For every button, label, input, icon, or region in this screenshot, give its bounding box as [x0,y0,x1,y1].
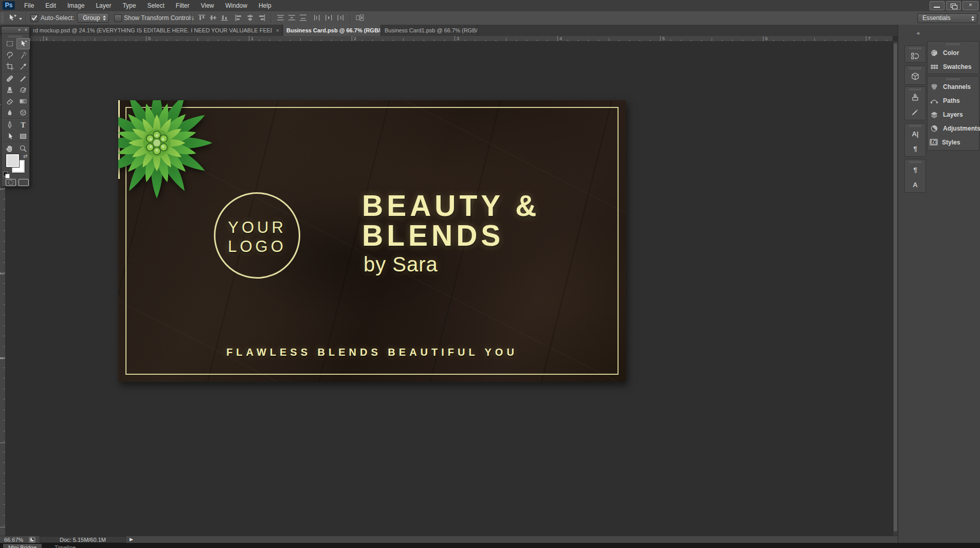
align-vertical-centers-button[interactable] [209,14,217,22]
healing-brush-tool[interactable] [3,73,16,84]
document-size-info[interactable]: Doc: 5.15M/60.1M [40,536,126,543]
pen-tool[interactable] [3,119,16,131]
quick-mask-button[interactable] [6,179,16,186]
align-top-edges-button[interactable] [197,14,206,22]
distribute-top-edges-button[interactable] [276,14,285,22]
path-selection-tool[interactable] [3,131,16,142]
eyedropper-tool[interactable] [16,61,30,72]
workspace-value: Essentials [922,14,951,22]
toolbox-grip[interactable] [9,35,22,38]
character-panel-icon[interactable]: A| [909,127,922,140]
tool-presets-panel-icon[interactable] [909,91,922,103]
document-tab-3[interactable]: Business Card1.psb @ 66.7% (RGB/8) × [382,25,478,36]
canvas-area[interactable]: YOUR LOGO BEAUTY & BLENDS by Sara FLAWLE… [5,41,893,536]
hand-tool[interactable] [3,143,16,154]
close-icon: × [969,2,972,8]
distribute-bottom-edges-button[interactable] [299,14,307,22]
menu-layer[interactable]: Layer [90,0,117,11]
tool-preset-dropdown-arrow[interactable] [19,18,22,20]
swap-colors-icon[interactable]: ⇄ [23,153,27,159]
magic-wand-tool[interactable] [16,49,30,61]
panel-grip[interactable] [910,47,921,49]
panel-grip[interactable] [947,43,960,45]
mini-bridge-tab[interactable]: Mini Bridge [3,544,42,548]
history-brush-tool[interactable] [16,84,30,96]
business-card-document[interactable]: YOUR LOGO BEAUTY & BLENDS by Sara FLAWLE… [118,100,626,382]
move-tool[interactable] [16,38,30,49]
menu-edit[interactable]: Edit [40,0,62,11]
align-bottom-edges-button[interactable] [220,14,229,22]
panel-button-paths[interactable]: Paths [930,94,978,107]
dock-strip-group-3 [904,86,926,120]
menu-select[interactable]: Select [141,0,170,11]
brush-tool[interactable] [16,73,30,84]
menu-filter[interactable]: Filter [170,0,195,11]
panel-button-layers[interactable]: Layers [930,107,978,121]
distribute-right-edges-button[interactable] [336,14,344,22]
panel-button-adjustments[interactable]: Adjustments [930,121,978,135]
options-bar-grip[interactable] [1,13,4,23]
dock-collapse-button[interactable]: « [917,30,920,36]
paragraph-styles-panel-icon[interactable]: ¶ [909,163,922,176]
document-tab-1[interactable]: rd mockup.psd @ 24.1% (EVERYTHING IS EDI… [30,25,283,36]
auto-select-checkbox[interactable] [30,14,38,22]
panel-grip[interactable] [910,125,921,127]
minimize-button[interactable] [930,1,945,10]
panel-button-styles[interactable]: fx Styles [930,135,978,149]
menu-help[interactable]: Help [253,0,277,11]
auto-select-scope-dropdown[interactable]: Group [77,13,109,23]
menu-file[interactable]: File [19,0,40,11]
close-button[interactable]: × [963,1,978,10]
rectangle-tool[interactable] [16,131,30,142]
dodge-tool[interactable] [16,107,30,118]
panel-grip[interactable] [910,88,921,90]
panel-grip[interactable] [910,67,921,69]
toolbox-collapse-icon[interactable]: « [18,27,21,32]
menu-view[interactable]: View [195,0,220,11]
status-options-arrow[interactable]: ▶ [130,537,133,542]
distribute-horizontal-centers-button[interactable] [324,14,333,22]
align-left-edges-button[interactable] [234,14,243,22]
paragraph-panel-icon[interactable]: ¶ [909,142,922,155]
document-tab-1-close-icon[interactable]: × [276,27,279,33]
menu-image[interactable]: Image [62,0,90,11]
panel-button-color[interactable]: Color [930,46,978,60]
character-styles-panel-icon[interactable]: A [909,178,922,191]
align-horizontal-centers-button[interactable] [246,14,255,22]
distribute-left-edges-button[interactable] [313,14,322,22]
dropdown-arrows-icon [103,15,106,21]
crop-tool[interactable] [3,61,16,72]
screen-mode-button[interactable] [19,179,29,186]
align-right-edges-button[interactable] [257,14,266,22]
zoom-level-field[interactable]: 66.67% [4,537,23,543]
lasso-tool[interactable] [3,49,16,61]
restore-button[interactable] [946,1,961,10]
timeline-tab[interactable]: Timeline [49,544,81,548]
type-tool[interactable]: T [16,119,30,131]
eraser-tool[interactable] [3,96,16,107]
auto-align-layers-button[interactable] [355,14,364,22]
clone-stamp-tool[interactable] [3,84,16,96]
toolbox-header[interactable]: « × [2,27,29,34]
document-tab-2-active[interactable]: Business Card.psb @ 66.7% (RGB/8) × [283,25,381,36]
gradient-tool[interactable] [16,96,30,107]
distribute-vertical-centers-button[interactable] [287,14,296,22]
show-transform-controls-checkbox[interactable] [114,14,122,22]
rectangular-marquee-tool[interactable] [3,38,16,49]
3d-panel-icon[interactable] [909,70,922,83]
menu-type[interactable]: Type [117,0,141,11]
panel-grip[interactable] [910,161,921,163]
panel-button-swatches[interactable]: Swatches [930,60,978,74]
zoom-tool[interactable] [16,143,30,154]
toolbox-close-icon[interactable]: × [25,27,27,32]
workspace-switcher[interactable]: Essentials [917,13,977,23]
brush-panel-icon[interactable] [909,106,922,118]
menu-window[interactable]: Window [220,0,253,11]
card-tagline: FLAWLESS BLENDS BEAUTIFUL YOU [118,346,626,358]
scrollbar-thumb[interactable] [894,43,897,532]
blur-tool[interactable] [3,107,16,118]
history-panel-icon[interactable] [909,50,922,62]
move-tool-preset-icon[interactable] [7,13,17,25]
foreground-color-swatch[interactable] [6,154,19,167]
panel-button-channels[interactable]: Channels [930,80,978,94]
